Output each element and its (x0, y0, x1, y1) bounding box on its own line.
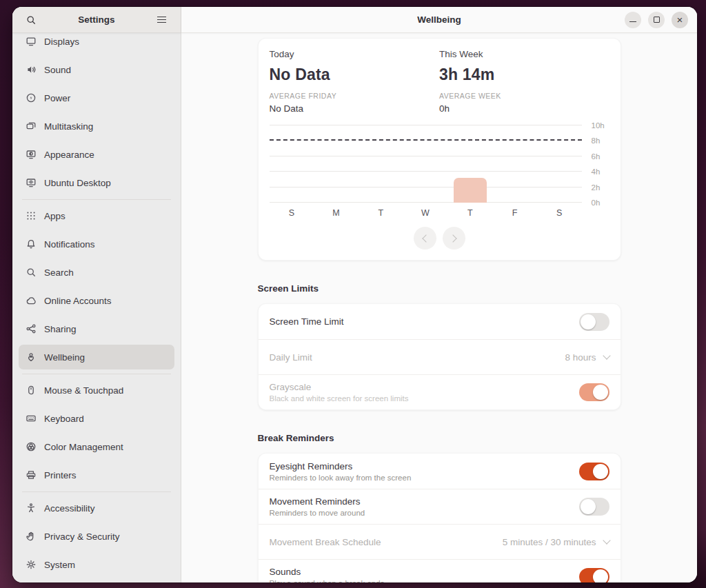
keyboard-icon (26, 413, 37, 424)
today-label: Today (270, 49, 440, 59)
sidebar-item-ubuntu-desktop[interactable]: Ubuntu Desktop (19, 170, 174, 195)
maximize-button[interactable] (648, 12, 665, 28)
sidebar-item-label: Keyboard (44, 414, 84, 424)
sidebar-item-multitasking[interactable]: Multitasking (19, 114, 174, 139)
x-axis-label: S (270, 208, 314, 218)
sidebar-item-online-accounts[interactable]: Online Accounts (19, 288, 174, 313)
sidebar-item-privacy-security[interactable]: Privacy & Security (19, 524, 174, 549)
y-axis-tick: 2h (586, 183, 609, 192)
sidebar-item-mouse-touchpad[interactable]: Mouse & Touchpad (19, 378, 174, 403)
sidebar-item-appearance[interactable]: Appearance (19, 142, 174, 167)
displays-icon (26, 36, 37, 47)
sidebar-item-label: Search (44, 267, 74, 278)
chart-week-nav (259, 218, 621, 260)
sidebar-header: Settings (12, 7, 181, 33)
privacy-security-icon (26, 531, 37, 542)
settings-row-movement-break-schedule: Movement Break Schedule5 minutes / 30 mi… (259, 524, 621, 559)
week-value: 3h 14m (439, 65, 609, 84)
toggle-knob (581, 499, 596, 514)
row-title: Movement Break Schedule (270, 537, 503, 547)
sounds-toggle[interactable] (579, 568, 609, 582)
maximize-icon (654, 17, 660, 23)
system-icon (26, 559, 37, 570)
screen-time-limit-toggle[interactable] (579, 313, 609, 331)
online-accounts-icon (26, 295, 37, 306)
appearance-icon (26, 149, 37, 160)
page-title: Wellbeing (181, 14, 697, 25)
sidebar-item-displays[interactable]: Displays (19, 33, 174, 54)
row-text: Daily Limit (270, 347, 565, 368)
sidebar-item-keyboard[interactable]: Keyboard (19, 406, 174, 431)
sidebar-item-label: Online Accounts (44, 296, 112, 306)
search-icon (26, 14, 37, 26)
chart-plot-area: 0h2h4h6h8h10h (270, 125, 609, 203)
screen-limits-card: Screen Time LimitDaily Limit8 hoursGrays… (258, 303, 621, 410)
sidebar-item-wellbeing[interactable]: Wellbeing (19, 345, 174, 369)
gridline (270, 125, 582, 125)
row-subtitle: Reminders to move around (270, 509, 579, 517)
row-text: Screen Time Limit (270, 311, 579, 332)
x-axis-label: F (492, 208, 537, 218)
summary-week: This Week 3h 14m AVERAGE WEEK 0h (439, 49, 609, 114)
sidebar-item-apps[interactable]: Apps (19, 203, 174, 228)
sidebar-item-label: System (44, 560, 75, 570)
sidebar-item-label: Ubuntu Desktop (44, 178, 111, 188)
y-axis-tick: 8h (586, 136, 609, 145)
x-axis-label: S (537, 208, 582, 218)
minimize-button[interactable] (625, 12, 641, 28)
sidebar-item-search[interactable]: Search (19, 260, 174, 285)
printers-icon (26, 469, 37, 480)
sidebar-item-label: Sharing (44, 324, 77, 334)
content-scroll[interactable]: Today No Data AVERAGE FRIDAY No Data Thi… (181, 33, 697, 582)
week-average-value: 0h (439, 103, 609, 114)
sidebar-item-printers[interactable]: Printers (19, 463, 174, 487)
eyesight-reminders-toggle[interactable] (579, 463, 609, 480)
sidebar-item-label: Appearance (44, 150, 94, 160)
row-text: GrayscaleBlack and white screen for scre… (270, 376, 579, 408)
toggle-knob (581, 314, 596, 330)
search-panel-icon (26, 267, 37, 278)
close-button[interactable]: × (672, 12, 688, 28)
sidebar-item-label: Notifications (44, 239, 95, 250)
search-button[interactable] (22, 11, 40, 29)
sidebar-divider (22, 491, 171, 492)
row-text: SoundsPlay a sound when a break ends (270, 561, 579, 582)
chevron-down-icon (603, 352, 610, 359)
sidebar-item-system[interactable]: System (19, 552, 174, 577)
sidebar-item-label: Apps (44, 211, 65, 221)
row-title: Screen Time Limit (270, 316, 579, 327)
break-reminders-heading: Break Reminders (258, 433, 621, 443)
sidebar-item-notifications[interactable]: Notifications (19, 232, 174, 256)
sidebar-scroll[interactable]: DisplaysSoundPowerMultitaskingAppearance… (12, 33, 181, 582)
sidebar-item-label: Power (44, 93, 70, 103)
sidebar-item-label: Color Management (44, 442, 123, 452)
movement-reminders-toggle[interactable] (579, 498, 609, 516)
sidebar-item-sharing[interactable]: Sharing (19, 316, 174, 341)
toggle-knob (593, 385, 608, 400)
bar-day-4 (454, 178, 487, 203)
toggle-knob (593, 569, 608, 582)
sidebar-item-sound[interactable]: Sound (19, 57, 174, 82)
y-axis-tick: 0h (586, 199, 609, 207)
sidebar-item-accessibility[interactable]: Accessibility (19, 496, 174, 520)
sidebar: Settings DisplaysSoundPowerMultitaskingA… (12, 7, 181, 582)
y-axis-tick: 4h (586, 168, 609, 176)
next-week-button[interactable] (443, 227, 465, 250)
settings-row-daily-limit: Daily Limit8 hours (259, 339, 621, 374)
mouse-touchpad-icon (26, 385, 37, 396)
desktop: { "window": { "sidebar_title": "Settings… (0, 0, 706, 588)
row-text: Movement Break Schedule (270, 531, 503, 553)
chevron-down-icon (603, 536, 610, 544)
today-average-value: No Data (270, 103, 440, 114)
sharing-icon (26, 323, 37, 334)
x-axis-label: T (359, 208, 403, 218)
previous-week-button[interactable] (414, 227, 436, 250)
main-menu-button[interactable] (153, 11, 171, 29)
multitasking-icon (26, 121, 37, 132)
sidebar-title: Settings (78, 14, 114, 25)
settings-row-grayscale: GrayscaleBlack and white screen for scre… (259, 374, 621, 409)
sidebar-item-power[interactable]: Power (19, 85, 174, 110)
sidebar-item-color-management[interactable]: Color Management (19, 434, 174, 459)
x-axis-label: W (403, 208, 448, 218)
settings-row-sounds: SoundsPlay a sound when a break ends (259, 559, 621, 582)
